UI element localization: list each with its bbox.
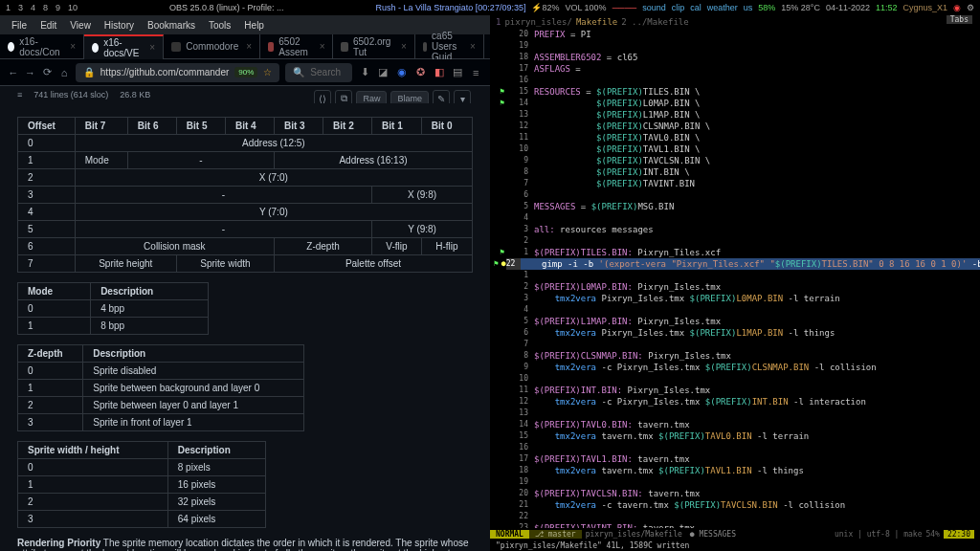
top-status-bar: 1 3 4 8 9 10 OBS 25.0.8 (linux) - Profil… <box>0 0 980 15</box>
workspace[interactable]: 9 <box>56 3 60 12</box>
logo-icon: ◉ <box>953 3 961 12</box>
browser-tab[interactable]: 6502 Assem× <box>260 34 333 59</box>
widget[interactable]: weather <box>707 3 738 12</box>
volume: VOL 100% <box>565 3 606 12</box>
workspace[interactable]: 4 <box>31 3 35 12</box>
battery: ⚡82% <box>531 3 559 12</box>
github-icon <box>92 43 99 53</box>
favicon <box>423 42 427 52</box>
browser-tab[interactable]: Commodore× <box>164 34 260 59</box>
home-icon[interactable]: ⌂ <box>58 66 70 79</box>
user: Cygnus_X1 <box>902 3 947 12</box>
widget[interactable]: us <box>744 3 753 12</box>
browser-tab[interactable]: 6502.org Tut× <box>333 34 414 59</box>
close-icon[interactable]: × <box>149 42 155 53</box>
menu-item[interactable]: History <box>104 20 134 31</box>
search-icon: 🔍 <box>293 67 304 77</box>
ext-icon[interactable]: ◪ <box>377 65 390 80</box>
github-icon <box>8 42 14 52</box>
menu-item[interactable]: File <box>11 20 27 31</box>
vim-status-line: NORMAL ⎇ master pixryn_isles/Makefile ● … <box>490 528 980 540</box>
search-input[interactable]: 🔍 Search <box>285 63 352 82</box>
date: 04-11-2022 <box>826 3 870 12</box>
zoom-badge[interactable]: 90% <box>234 67 257 77</box>
url-input[interactable]: 🔒 https://github.com/commander 90% ☆ <box>76 63 280 82</box>
browser-tab[interactable]: x16-docs/VE× <box>84 34 164 59</box>
editor-tab-bar: 1 pixryn_isles/Makefile 2 ../Makefile Ta… <box>490 15 980 29</box>
file-info-bar: ≡ 741 lines (614 sloc) 26.8 KB ⟨⟩ ⧉ Raw … <box>0 86 490 103</box>
close-icon[interactable]: × <box>70 41 76 52</box>
cpu: 58% <box>758 3 775 12</box>
star-icon[interactable]: ☆ <box>263 67 272 77</box>
ext-icon[interactable]: ✪ <box>413 65 426 80</box>
browser-tab[interactable]: x16-docs/Con× <box>0 34 84 59</box>
git-branch: ⎇ master <box>529 530 582 539</box>
menu-item[interactable]: Bookmarks <box>147 20 195 31</box>
workspace-list[interactable]: 1 3 4 8 9 10 <box>6 3 78 12</box>
close-icon[interactable]: × <box>246 41 252 52</box>
search-placeholder: Search <box>310 67 341 77</box>
url-bar: ← → ⟳ ⌂ 🔒 https://github.com/commander 9… <box>0 59 490 86</box>
workspace[interactable]: 10 <box>68 3 78 12</box>
temps: 15% 28°C <box>781 3 820 12</box>
widget[interactable]: cal <box>690 3 702 12</box>
menu-item[interactable]: Edit <box>40 20 56 31</box>
bitfield-table: OffsetBit 7Bit 6Bit 5Bit 4Bit 3Bit 2Bit … <box>17 117 473 273</box>
favicon <box>341 42 347 52</box>
tabs-icon[interactable]: Tabs <box>947 15 972 24</box>
page-content: OffsetBit 7Bit 6Bit 5Bit 4Bit 3Bit 2Bit … <box>0 103 490 551</box>
editor-pane: 1 pixryn_isles/Makefile 2 ../Makefile Ta… <box>490 15 980 551</box>
ext-icon[interactable]: ◧ <box>433 65 445 80</box>
priority-heading: Rendering Priority The sprite memory loc… <box>17 538 473 551</box>
widget[interactable]: sound <box>642 3 666 12</box>
workspace[interactable]: 1 <box>6 3 11 12</box>
ext-icon[interactable]: ▤ <box>451 65 463 80</box>
vim-mode: NORMAL <box>490 530 529 539</box>
now-playing: Rush - La Villa Strangiato [00:27/09:35] <box>375 3 525 12</box>
size-table: Sprite width / heightDescription 08 pixe… <box>17 441 266 528</box>
download-icon[interactable]: ⬇ <box>358 65 370 80</box>
url-text: https://github.com/commander <box>100 67 230 77</box>
hamburger-icon[interactable]: ≡ <box>17 90 22 99</box>
overflow-icon[interactable]: ≡ <box>470 65 482 80</box>
workspace[interactable]: 8 <box>43 3 48 12</box>
tab-strip: x16-docs/Con× x16-docs/VE× Commodore× 65… <box>0 34 490 59</box>
mode-table: ModeDescription 04 bpp 18 bpp <box>17 282 209 335</box>
browser-pane: File Edit View History Bookmarks Tools H… <box>0 15 490 551</box>
menu-bar: File Edit View History Bookmarks Tools H… <box>0 15 490 34</box>
close-icon[interactable]: × <box>320 41 325 52</box>
menu-item[interactable]: View <box>70 20 91 31</box>
menu-item[interactable]: Tools <box>209 20 231 31</box>
reload-icon[interactable]: ⟳ <box>41 66 53 79</box>
lock-icon: 🔒 <box>83 67 95 77</box>
close-icon[interactable]: × <box>401 41 407 52</box>
browser-tab[interactable]: ca65 Users Guid× <box>415 34 484 59</box>
code-area[interactable]: 20PREFIX = PI 19 18ASSEMBLER6502 = cl65 … <box>490 29 980 528</box>
close-icon[interactable]: × <box>470 41 476 52</box>
favicon <box>268 42 274 52</box>
zdepth-table: Z-depthDescription 0Sprite disabled 1Spr… <box>17 344 304 431</box>
sys-icon: ⚙ <box>967 3 974 12</box>
forward-icon[interactable]: → <box>25 66 36 79</box>
ext-icon[interactable]: ◉ <box>395 65 408 80</box>
workspace[interactable]: 3 <box>18 3 23 12</box>
window-title: OBS 25.0.8 (linux) - Profile: ... <box>78 3 375 12</box>
status-msg: ● MESSAGES <box>686 530 740 539</box>
back-icon[interactable]: ← <box>8 66 19 79</box>
menu-item[interactable]: Help <box>244 20 264 31</box>
widget[interactable]: clip <box>672 3 685 12</box>
vim-command-line[interactable]: "pixryn_isles/Makefile" 41L, 1589C writt… <box>490 540 980 551</box>
favicon <box>171 42 181 52</box>
time: 11:52 <box>876 3 898 12</box>
